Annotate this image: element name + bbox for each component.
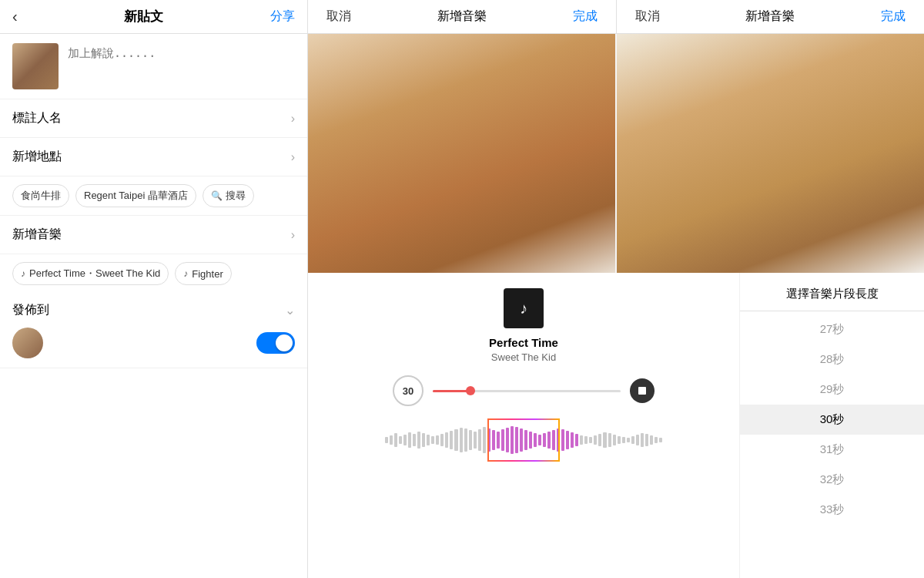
share-button[interactable]: 分享 bbox=[270, 8, 295, 25]
publish-chevron-icon: ⌄ bbox=[285, 303, 295, 318]
done-button-2[interactable]: 完成 bbox=[881, 8, 906, 25]
waveform-bar bbox=[571, 432, 574, 448]
publish-toggle[interactable] bbox=[256, 332, 295, 354]
waveform-bar bbox=[631, 436, 634, 444]
waveform-bar bbox=[575, 434, 578, 446]
duration-item[interactable]: 27秒 bbox=[740, 314, 924, 344]
music-chips-row: ♪ Perfect Time・Sweet The Kid ♪ Fighter bbox=[0, 254, 307, 293]
add-location-label: 新增地點 bbox=[12, 149, 62, 165]
waveform-bar bbox=[650, 435, 653, 445]
add-location-item[interactable]: 新增地點 › bbox=[0, 138, 307, 176]
waveform-bar bbox=[501, 429, 504, 451]
waveform-bar bbox=[450, 431, 453, 449]
music-chip-label-1: Fighter bbox=[192, 268, 223, 280]
waveform-bar bbox=[492, 430, 495, 450]
waveform-bar bbox=[654, 437, 658, 443]
caption-input[interactable] bbox=[68, 43, 295, 88]
waveform-bar bbox=[454, 429, 457, 451]
waveform-bar bbox=[589, 437, 592, 443]
duration-item[interactable]: 31秒 bbox=[740, 435, 924, 465]
right-header-section-2: 取消 新增音樂 完成 bbox=[617, 0, 925, 34]
waveform-bar bbox=[566, 431, 569, 449]
page-title: 新貼文 bbox=[124, 8, 163, 25]
music-player-left: ♪ Perfect Time Sweet The Kid 30 bbox=[308, 273, 739, 578]
waveform-bar bbox=[403, 435, 407, 445]
waveform-bars bbox=[385, 421, 662, 459]
waveform-bar bbox=[552, 430, 555, 450]
waveform-bar bbox=[613, 435, 616, 445]
waveform-bar bbox=[483, 427, 486, 453]
duration-selector: 選擇音樂片段長度 27秒28秒29秒30秒31秒32秒33秒 bbox=[739, 273, 924, 578]
waveform-bar bbox=[557, 428, 560, 452]
add-music-button-1[interactable]: 新增音樂 bbox=[437, 8, 487, 25]
waveform-bar bbox=[436, 435, 439, 445]
left-header: ‹ 新貼文 分享 bbox=[0, 0, 308, 34]
stop-button[interactable] bbox=[630, 378, 654, 403]
toggle-knob bbox=[276, 334, 293, 351]
cancel-button-2[interactable]: 取消 bbox=[635, 8, 660, 25]
playback-row: 30 bbox=[393, 375, 654, 406]
music-chip-1[interactable]: ♪ Fighter bbox=[175, 262, 231, 285]
waveform-bar bbox=[469, 430, 472, 450]
duration-item[interactable]: 30秒 bbox=[740, 405, 924, 435]
waveform-bar bbox=[431, 436, 434, 444]
progress-thumb bbox=[466, 386, 475, 395]
duration-divider bbox=[740, 311, 924, 311]
song-artist: Sweet The Kid bbox=[491, 351, 556, 363]
waveform-bar bbox=[627, 438, 630, 442]
publish-header[interactable]: 發佈到 ⌄ bbox=[12, 302, 295, 318]
right-header: 取消 新增音樂 完成 取消 新增音樂 完成 bbox=[308, 0, 924, 34]
search-chip-icon: 🔍 bbox=[211, 190, 223, 201]
location-chip-1[interactable]: Regent Taipei 晶華酒店 bbox=[75, 184, 196, 207]
waveform-bar bbox=[561, 429, 564, 451]
waveform-bar bbox=[474, 432, 477, 449]
top-header: ‹ 新貼文 分享 取消 新增音樂 完成 取消 新增音樂 完成 bbox=[0, 0, 924, 34]
duration-list: 27秒28秒29秒30秒31秒32秒33秒 bbox=[740, 314, 924, 570]
waveform-bar bbox=[478, 429, 481, 451]
done-button-1[interactable]: 完成 bbox=[573, 8, 598, 25]
progress-track[interactable] bbox=[433, 390, 621, 392]
waveform-bar bbox=[385, 437, 388, 443]
duration-title: 選擇音樂片段長度 bbox=[740, 281, 924, 311]
time-badge: 30 bbox=[393, 375, 424, 406]
location-chip-2[interactable]: 🔍 搜尋 bbox=[203, 184, 254, 207]
music-note-icon-0: ♪ bbox=[21, 268, 25, 279]
caption-area bbox=[0, 34, 307, 99]
album-art-icon: ♪ bbox=[520, 300, 527, 318]
waveform-bar bbox=[511, 426, 514, 454]
waveform-bar bbox=[622, 437, 625, 443]
waveform-bar bbox=[408, 432, 411, 448]
left-panel: 標註人名 › 新增地點 › 食尚牛排 Regent Taipei 晶華酒店 🔍 … bbox=[0, 34, 308, 578]
cancel-button-1[interactable]: 取消 bbox=[326, 8, 351, 25]
location-chip-0[interactable]: 食尚牛排 bbox=[12, 184, 69, 207]
thumbnail-image bbox=[12, 43, 59, 89]
progress-fill bbox=[433, 390, 470, 392]
add-music-button-2[interactable]: 新增音樂 bbox=[745, 8, 795, 25]
back-button[interactable]: ‹ bbox=[12, 8, 18, 25]
duration-item[interactable]: 29秒 bbox=[740, 375, 924, 405]
waveform-bar bbox=[538, 435, 541, 445]
waveform-bar bbox=[594, 435, 597, 445]
avatar bbox=[12, 328, 43, 358]
waveform-bar bbox=[584, 436, 588, 444]
duration-item[interactable]: 33秒 bbox=[740, 495, 924, 525]
waveform-bar bbox=[515, 427, 518, 453]
music-chip-0[interactable]: ♪ Perfect Time・Sweet The Kid bbox=[12, 262, 169, 285]
waveform-container[interactable] bbox=[385, 417, 662, 463]
waveform-bar bbox=[618, 436, 621, 444]
waveform-bar bbox=[598, 434, 601, 446]
main-content: 標註人名 › 新增地點 › 食尚牛排 Regent Taipei 晶華酒店 🔍 … bbox=[0, 34, 924, 578]
duration-item[interactable]: 32秒 bbox=[740, 465, 924, 495]
photos-area bbox=[308, 34, 924, 273]
location-chip-label-1: Regent Taipei 晶華酒店 bbox=[84, 189, 188, 203]
waveform-bar bbox=[547, 432, 551, 449]
photo-item-1 bbox=[308, 34, 615, 273]
add-music-item[interactable]: 新增音樂 › bbox=[0, 216, 307, 254]
photo-image-1 bbox=[308, 34, 615, 273]
tag-people-chevron-icon: › bbox=[291, 112, 295, 126]
waveform-bar bbox=[524, 430, 527, 450]
tag-people-item[interactable]: 標註人名 › bbox=[0, 99, 307, 138]
album-art: ♪ bbox=[504, 288, 544, 328]
waveform-bar bbox=[603, 432, 606, 448]
duration-item[interactable]: 28秒 bbox=[740, 344, 924, 375]
